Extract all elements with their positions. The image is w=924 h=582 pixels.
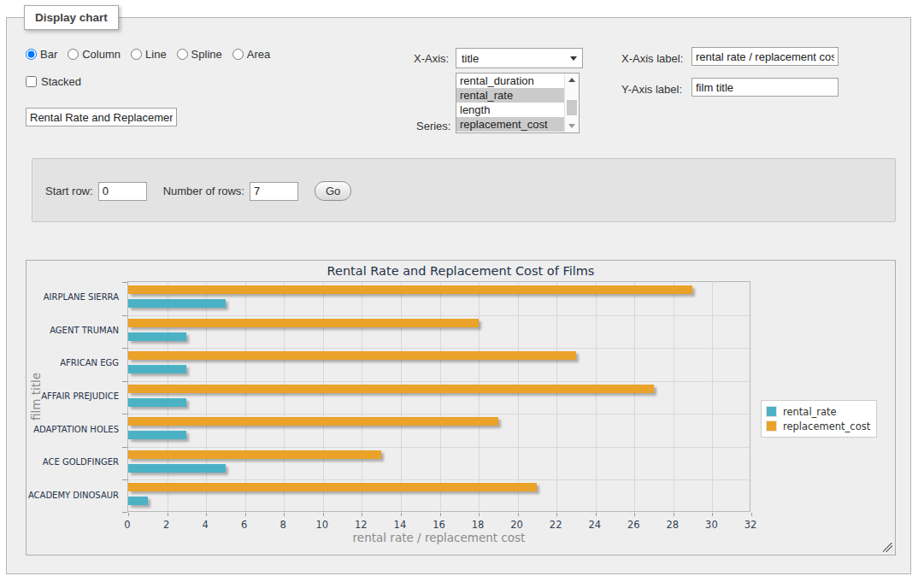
gridline <box>128 315 750 316</box>
gridline <box>323 282 324 511</box>
legend-label: replacement_cost <box>783 420 870 432</box>
go-button[interactable]: Go <box>315 181 351 201</box>
stacked-checkbox[interactable] <box>26 76 37 87</box>
gridline <box>401 282 402 511</box>
x-tick-mark <box>479 513 480 516</box>
scroll-down-icon[interactable] <box>565 120 579 132</box>
x-axis-label-input[interactable] <box>692 47 839 66</box>
chart-type-radio-area[interactable] <box>232 49 244 60</box>
x-tick-label: 22 <box>541 519 570 531</box>
x-tick-mark <box>284 513 285 516</box>
x-tick-mark <box>245 513 246 516</box>
x-tick-label: 18 <box>463 519 492 531</box>
x-tick-mark <box>596 513 597 516</box>
bar-replacement_cost <box>128 483 537 491</box>
bar-replacement_cost <box>128 285 692 294</box>
bar-replacement_cost <box>128 450 381 459</box>
plot-grid <box>127 281 750 512</box>
x-tick-mark <box>634 513 635 516</box>
gridline <box>596 282 597 511</box>
num-rows-label: Number of rows: <box>163 185 244 197</box>
series-option-length[interactable]: length <box>456 103 564 117</box>
chart-type-radio-line[interactable] <box>131 49 142 60</box>
x-tick-mark <box>674 513 674 516</box>
bar-rental_rate <box>128 332 186 341</box>
chart-legend: rental_ratereplacement_cost <box>761 400 877 438</box>
chart-type-option-bar[interactable]: Bar <box>26 48 57 61</box>
scroll-up-icon[interactable] <box>565 73 579 86</box>
series-select-label: Series: <box>416 120 450 132</box>
x-tick-label: 14 <box>385 519 415 531</box>
bar-rental_rate <box>128 299 226 308</box>
chart-type-radio-spline[interactable] <box>177 49 188 60</box>
chevron-down-icon <box>570 56 577 61</box>
x-tick-label: 6 <box>230 519 259 531</box>
y-tick-mark <box>122 348 127 349</box>
x-tick-mark <box>128 513 129 516</box>
stacked-checkbox-row[interactable]: Stacked <box>26 75 81 88</box>
category-label: AIRPLANE SIERRA <box>44 292 119 302</box>
y-tick-mark <box>122 447 127 448</box>
legend-item-rental_rate: rental_rate <box>766 404 870 419</box>
series-option-replacement_cost[interactable]: replacement_cost <box>456 117 564 132</box>
chart-type-option-spline[interactable]: Spline <box>177 48 222 61</box>
scrollbar-thumb[interactable] <box>567 100 577 115</box>
x-axis-select-label: X-Axis: <box>414 52 449 65</box>
chart-type-label: Line <box>145 48 167 61</box>
series-option-rental_duration[interactable]: rental_duration <box>456 73 564 88</box>
chart-type-option-column[interactable]: Column <box>68 48 121 61</box>
gridline <box>674 282 674 511</box>
bar-rental_rate <box>128 365 186 373</box>
y-tick-mark <box>122 512 127 513</box>
category-label: AGENT TRUMAN <box>50 326 119 335</box>
legend-item-replacement_cost: replacement_cost <box>766 419 870 433</box>
chart-type-label: Column <box>82 48 121 61</box>
chart-type-radio-bar[interactable] <box>26 49 37 60</box>
category-label: ADAPTATION HOLES <box>33 425 119 434</box>
stacked-label: Stacked <box>41 75 81 88</box>
fieldset-legend: Display chart <box>24 5 119 30</box>
gridline <box>128 414 750 414</box>
x-tick-label: 16 <box>425 519 454 531</box>
chart-title-input[interactable] <box>26 108 177 126</box>
gridline <box>712 282 713 511</box>
num-rows-input[interactable] <box>250 182 298 201</box>
gridline <box>634 282 635 511</box>
start-row-input[interactable] <box>98 182 147 201</box>
y-axis-label-caption: Y-Axis label: <box>621 83 682 96</box>
y-tick-mark <box>122 282 127 283</box>
gridline <box>362 282 362 511</box>
series-scrollbar[interactable] <box>564 73 579 132</box>
x-tick-label: 20 <box>503 519 532 531</box>
bar-rental_rate <box>128 398 186 407</box>
x-tick-mark <box>712 513 713 516</box>
x-axis-select[interactable]: title <box>456 48 583 68</box>
chart-type-radio-column[interactable] <box>68 49 79 60</box>
y-axis-label-input[interactable] <box>692 78 839 97</box>
legend-swatch <box>766 420 777 432</box>
x-tick-mark <box>401 513 402 516</box>
x-tick-mark <box>440 513 441 516</box>
gridline <box>245 282 246 511</box>
series-option-rental_rate[interactable]: rental_rate <box>456 88 564 103</box>
chart-container: Rental Rate and Replacement Cost of Film… <box>26 260 896 556</box>
series-options: rental_durationrental_ratelengthreplacem… <box>456 73 564 132</box>
x-axis-label-caption: X-Axis label: <box>621 52 683 65</box>
gridline <box>206 282 207 511</box>
legend-label: rental_rate <box>783 406 837 418</box>
resize-handle-icon[interactable] <box>883 543 892 552</box>
series-listbox[interactable]: rental_durationrental_ratelengthreplacem… <box>456 73 580 133</box>
x-tick-label: 26 <box>619 519 648 531</box>
x-tick-label: 24 <box>580 519 609 531</box>
bar-replacement_cost <box>128 385 654 393</box>
x-tick-label: 2 <box>152 519 181 531</box>
y-tick-mark <box>122 414 127 414</box>
legend-swatch <box>766 406 777 417</box>
chart-type-option-line[interactable]: Line <box>131 48 167 61</box>
x-tick-mark <box>362 513 362 516</box>
x-tick-mark <box>323 513 324 516</box>
bar-rental_rate <box>128 431 186 439</box>
chart-type-label: Bar <box>40 48 57 61</box>
chart-type-option-area[interactable]: Area <box>232 48 270 61</box>
category-label: AFRICAN EGG <box>60 358 119 367</box>
